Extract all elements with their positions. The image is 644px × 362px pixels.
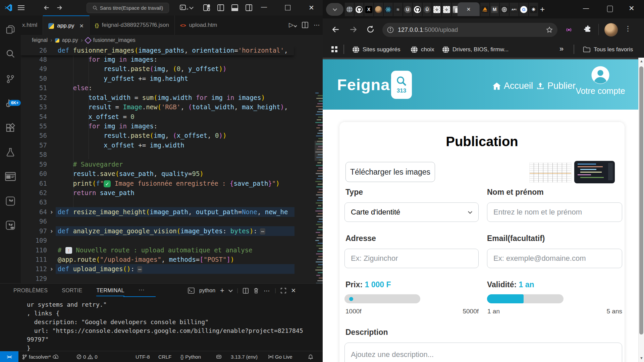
tab-app-py[interactable]: app.py ✕ — [43, 15, 89, 36]
forward-icon[interactable] — [349, 25, 358, 34]
tab-search-button[interactable] — [326, 3, 343, 16]
live-preview-icon[interactable] — [0, 169, 21, 185]
code-editor[interactable]: 48 for img in images:49 result.paste(img… — [21, 46, 323, 283]
code-line-57[interactable]: 57 x_offset += img.width — [21, 140, 294, 150]
tab-problems[interactable]: PROBLÈMES — [13, 288, 48, 296]
page-scrollbar[interactable]: ▲ ▼ — [638, 58, 644, 362]
code-line-51[interactable]: 51 else: — [21, 83, 294, 93]
api-favicon[interactable]: API — [509, 3, 519, 16]
price-slider[interactable] — [344, 294, 420, 303]
bookmark-star-icon[interactable] — [546, 26, 553, 33]
email-input[interactable]: Ex: exemple@domaine.com — [487, 249, 622, 268]
layout-customize-icon[interactable] — [203, 4, 210, 11]
new-tab-button[interactable]: + — [540, 5, 545, 14]
bookmark-drivers-bios[interactable]: Drivers, BIOS, firmw... — [442, 41, 508, 58]
broadcast-extension-icon[interactable] — [565, 26, 573, 34]
toggle-secondary-sidebar-icon[interactable] — [246, 4, 252, 11]
split-terminal-icon[interactable] — [243, 288, 249, 294]
bookmarks-overflow-icon[interactable]: » — [559, 45, 564, 53]
m-favicon[interactable]: M — [490, 3, 499, 16]
remote-indicator[interactable]: >< — [0, 351, 18, 362]
account-widget[interactable]: Votre compte — [574, 65, 627, 96]
checker-favicon-1[interactable]: ◆ — [432, 3, 441, 16]
fold-chevron-icon[interactable]: › — [50, 264, 53, 274]
close-panel-icon[interactable]: ✕ — [291, 287, 296, 294]
panel-more-tabs-icon[interactable]: ⋯ — [139, 286, 145, 296]
wave-favicon[interactable]: ≈ — [393, 3, 402, 16]
python-env-status[interactable]: 3.13.7 (env) — [231, 351, 258, 362]
code-line-54[interactable]: 54 x_offset = 0 — [21, 112, 294, 122]
code-line-56[interactable]: 56 result.paste(img, (x_offset, 0)) — [21, 131, 294, 140]
scroll-up-icon[interactable]: ▲ — [640, 59, 643, 63]
explorer-icon[interactable] — [0, 21, 21, 38]
code-line-61[interactable]: 61 print(f"✓ Image fusionnée enregistrée… — [21, 179, 294, 188]
code-line-60[interactable]: 60 result.save(save_path, quality=95) — [21, 169, 294, 179]
kill-terminal-trash-icon[interactable] — [253, 288, 259, 294]
tab-close-icon[interactable]: ✕ — [79, 23, 84, 29]
code-line-97[interactable]: 97›def analyze_image_google_vision(image… — [21, 226, 294, 236]
history-back-icon[interactable] — [43, 4, 50, 11]
reload-icon[interactable] — [366, 25, 375, 34]
extensions-icon[interactable] — [0, 120, 21, 136]
back-icon[interactable] — [331, 25, 340, 34]
google-favicon[interactable]: G — [519, 3, 528, 16]
code-line-112[interactable]: 112›def upload_images():⋯ — [21, 264, 294, 274]
github-favicon[interactable] — [355, 3, 364, 16]
editor-more-actions-icon[interactable]: ⋯ — [314, 21, 320, 29]
window-close-button[interactable]: ✕ — [309, 4, 314, 12]
run-python-file-icon[interactable]: ▷ — [289, 21, 297, 28]
site-brand[interactable]: Feignal — [337, 75, 395, 94]
upload-images-button[interactable]: Télécharger les images — [345, 162, 435, 182]
name-input[interactable]: Entrez le nom et le prénom — [487, 202, 622, 222]
tab-html-file[interactable]: x.html — [21, 15, 43, 35]
window-maximize-button[interactable] — [607, 6, 613, 12]
code-line-111[interactable]: 111@app.route("/upload-images", methods=… — [21, 255, 294, 264]
tab-close-icon[interactable]: ✕ — [467, 6, 471, 12]
code-line-55[interactable]: 55 for img in images: — [21, 121, 294, 131]
search-icon[interactable] — [0, 46, 21, 62]
code-line-110[interactable]: 110# ↑ Nouvelle route : upload automatiq… — [21, 245, 294, 255]
bookmark-choix[interactable]: choix — [411, 41, 434, 58]
code-line-58[interactable]: 58 — [21, 150, 294, 160]
active-tab[interactable]: ✕ — [458, 2, 480, 16]
tab-terminal[interactable]: TERMINAL — [96, 288, 124, 296]
toggle-sidebar-icon[interactable] — [217, 4, 224, 11]
notifications-bell-icon[interactable] — [308, 351, 313, 362]
code-line-50[interactable]: 50 y_offset += img.height — [21, 74, 294, 83]
react-favicon[interactable] — [384, 3, 393, 16]
type-select[interactable]: Carte d'identité — [344, 202, 479, 222]
u-circle-favicon[interactable]: U — [403, 3, 412, 16]
tab-feignal-json[interactable]: {} feignal-d388927557f6.json — [90, 15, 175, 35]
site-info-icon[interactable] — [387, 26, 394, 33]
tab-output[interactable]: SORTIE — [62, 288, 82, 296]
go-live-status[interactable]: Go Live — [268, 351, 292, 362]
x-favicon[interactable]: X — [364, 3, 373, 16]
minimap-slider[interactable] — [315, 141, 323, 161]
terminal-shell-label[interactable]: python — [199, 288, 215, 294]
code-line-63[interactable]: 63 — [21, 197, 294, 207]
terraform-icon[interactable] — [0, 193, 21, 209]
browser-menu-icon[interactable]: ⋮ — [625, 24, 631, 33]
toggle-panel-icon[interactable] — [231, 4, 238, 11]
code-line-64[interactable]: 64›def resize_image_height(image_path, o… — [21, 207, 294, 217]
code-line-109[interactable]: 109 — [21, 236, 294, 245]
copilot-status-icon[interactable] — [216, 351, 222, 362]
history-forward-icon[interactable] — [56, 4, 63, 11]
code-line-129[interactable]: 129 — [21, 274, 294, 283]
tab-upload-html[interactable]: <> upload.htm — [175, 15, 223, 35]
language-status[interactable]: {} Python — [180, 351, 201, 362]
source-control-icon[interactable] — [0, 71, 21, 87]
scroll-down-icon[interactable]: ▼ — [640, 356, 643, 360]
phoenix-pwa-favicon[interactable]: PWA — [480, 3, 489, 16]
all-bookmarks-folder[interactable]: Tous les favoris — [583, 41, 633, 58]
git-branch-status[interactable]: facsolver* — [22, 351, 58, 362]
openai-favicon[interactable]: ✳ — [529, 3, 538, 16]
window-maximize-button[interactable] — [285, 5, 290, 10]
avatar-favicon[interactable] — [374, 3, 383, 16]
apps-grid-icon[interactable] — [331, 46, 338, 53]
eol-status[interactable]: CRLF — [158, 351, 171, 362]
code-line-53[interactable]: 53 result = Image.new('RGB', (total_widt… — [21, 102, 294, 112]
code-line-49[interactable]: 49 result.paste(img, (0, y_offset)) — [21, 64, 294, 74]
nav-accueil[interactable]: Accueil — [492, 81, 533, 91]
encoding-status[interactable]: UTF-8 — [136, 351, 150, 362]
